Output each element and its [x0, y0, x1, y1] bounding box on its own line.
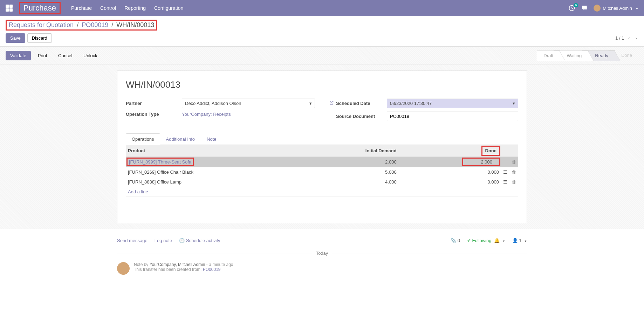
breadcrumb: Requests for Quotation / PO00019 / WH/IN… — [9, 21, 154, 29]
unlock-button[interactable]: Unlock — [79, 51, 102, 60]
external-link-icon[interactable] — [329, 100, 334, 106]
breadcrumb-rfq[interactable]: Requests for Quotation — [9, 21, 74, 28]
form-grid: Partner Deco Addict, Addison Olson ▾ Ope… — [126, 99, 518, 125]
status-steps: Draft Waiting Ready Done — [537, 50, 638, 61]
attachments-count[interactable]: 📎 0 — [451, 238, 460, 243]
product-cell[interactable]: [FURN_8999] Three-Seat Sofa — [126, 158, 194, 166]
col-initial-demand[interactable]: Initial Demand — [307, 145, 399, 157]
done-cell[interactable]: 2.000 — [462, 158, 500, 166]
note-author: YourCompany, Mitchell Admin — [150, 262, 205, 267]
nav-link-reporting[interactable]: Reporting — [124, 5, 146, 11]
check-icon: ✔ — [467, 238, 471, 243]
partner-select[interactable]: Deco Addict, Addison Olson ▾ — [182, 99, 315, 108]
top-nav: Purchase Purchase Control Reporting Conf… — [0, 0, 644, 16]
brand-title[interactable]: Purchase — [23, 4, 56, 12]
nav-link-configuration[interactable]: Configuration — [154, 5, 183, 11]
col-done[interactable]: Done — [481, 146, 501, 156]
form-col-right: Scheduled Date 03/23/2020 17:30:47 ▾ Sou… — [329, 99, 518, 125]
list-icon[interactable]: ☰ — [501, 177, 509, 187]
scheduled-date-label: Scheduled Date — [336, 101, 387, 106]
col-done-wrap: Done — [399, 145, 501, 157]
schedule-activity-link[interactable]: 🕐 Schedule activity — [179, 238, 220, 243]
done-cell[interactable]: 0.000 — [399, 167, 501, 177]
chatter-separator: Today — [117, 247, 527, 259]
notif-badge: 9 — [574, 3, 578, 7]
delete-row-icon[interactable]: 🗑 — [509, 177, 518, 187]
product-cell[interactable]: [FURN_0269] Office Chair Black — [126, 167, 307, 177]
demand-cell: 4.000 — [307, 177, 399, 187]
form-col-left: Partner Deco Addict, Addison Olson ▾ Ope… — [126, 99, 315, 125]
tab-additional-info[interactable]: Additional Info — [160, 133, 201, 145]
person-icon: 👤 — [512, 238, 518, 243]
note-link[interactable]: PO00019 — [203, 267, 221, 272]
clock-icon[interactable]: 9 — [568, 5, 575, 12]
delete-row-icon[interactable]: 🗑 — [509, 157, 518, 167]
bell-icon: 🔔 — [494, 238, 500, 243]
breadcrumb-highlight-box: Requests for Quotation / PO00019 / WH/IN… — [6, 20, 157, 31]
col-delete — [509, 145, 518, 157]
chat-icon[interactable] — [581, 5, 588, 12]
chevron-down-icon — [523, 238, 527, 243]
list-icon[interactable]: ☰ — [501, 167, 509, 177]
chevron-down-icon — [634, 6, 638, 11]
partner-value: Deco Addict, Addison Olson — [185, 101, 241, 106]
status-actions: Validate Print Cancel Unlock — [6, 51, 103, 60]
step-draft[interactable]: Draft — [537, 50, 560, 61]
print-button[interactable]: Print — [34, 51, 52, 60]
status-bar: Validate Print Cancel Unlock Draft Waiti… — [0, 47, 644, 65]
done-cell[interactable]: 0.000 — [399, 177, 501, 187]
avatar-icon — [117, 262, 130, 275]
pager: 1 / 1 ‹ › — [615, 34, 638, 42]
delete-row-icon[interactable]: 🗑 — [509, 167, 518, 177]
chatter-actions: Send message Log note 🕐 Schedule activit… — [117, 238, 220, 243]
clock-icon: 🕐 — [179, 238, 185, 243]
source-doc-input[interactable] — [387, 112, 518, 121]
brand-highlight-box: Purchase — [19, 2, 61, 14]
table-row[interactable]: [FURN_8999] Three-Seat Sofa 2.000 2.000 … — [126, 157, 518, 167]
demand-cell: 2.000 — [307, 157, 399, 167]
table-row[interactable]: [FURN_8888] Office Lamp 4.000 0.000 ☰ 🗑 — [126, 177, 518, 187]
operations-table: Product Initial Demand Done [FURN_8999] … — [126, 145, 518, 214]
add-line-link[interactable]: Add a line — [126, 187, 518, 197]
followers-count[interactable]: 👤 1 — [512, 238, 527, 243]
cancel-button[interactable]: Cancel — [54, 51, 76, 60]
table-row[interactable]: [FURN_0269] Office Chair Black 5.000 0.0… — [126, 167, 518, 177]
demand-cell: 5.000 — [307, 167, 399, 177]
nav-right: 9 Mitchell Admin — [568, 5, 638, 12]
chevron-down-icon: ▾ — [513, 101, 515, 106]
note-text: This transfer has been created from: — [134, 267, 201, 272]
apps-icon[interactable] — [6, 5, 13, 12]
nav-link-purchase[interactable]: Purchase — [71, 5, 92, 11]
col-product[interactable]: Product — [126, 145, 307, 157]
product-cell-wrap: [FURN_8999] Three-Seat Sofa — [126, 157, 307, 167]
following-button[interactable]: ✔ Following 🔔 — [467, 238, 505, 243]
validate-button[interactable]: Validate — [6, 51, 31, 60]
breadcrumb-current: WH/IN/00013 — [116, 21, 154, 28]
partner-row: Partner Deco Addict, Addison Olson ▾ — [126, 99, 315, 108]
pager-prev-icon[interactable]: ‹ — [627, 34, 631, 42]
tab-note[interactable]: Note — [201, 133, 222, 145]
scheduled-date-input[interactable]: 03/23/2020 17:30:47 ▾ — [387, 99, 518, 108]
scheduled-date-row: Scheduled Date 03/23/2020 17:30:47 ▾ — [329, 99, 518, 108]
operation-type-value[interactable]: YourCompany: Receipts — [182, 112, 231, 117]
nav-link-control[interactable]: Control — [100, 5, 116, 11]
chatter-message: Note by YourCompany, Mitchell Admin - a … — [117, 259, 527, 278]
tabs: Operations Additional Info Note — [126, 133, 518, 145]
user-menu[interactable]: Mitchell Admin — [594, 5, 638, 12]
product-cell[interactable]: [FURN_8888] Office Lamp — [126, 177, 307, 187]
breadcrumb-po[interactable]: PO00019 — [82, 21, 108, 28]
tab-operations[interactable]: Operations — [126, 133, 160, 145]
log-note-link[interactable]: Log note — [155, 238, 172, 243]
list-cell — [501, 157, 509, 167]
partner-label: Partner — [126, 101, 182, 106]
discard-button[interactable]: Discard — [27, 33, 52, 43]
today-label: Today — [312, 251, 333, 256]
note-prefix: Note by — [134, 262, 148, 267]
chevron-down-icon: ▾ — [309, 101, 312, 106]
done-cell-wrap: 2.000 — [399, 157, 501, 167]
save-button[interactable]: Save — [6, 33, 25, 43]
send-message-link[interactable]: Send message — [117, 238, 148, 243]
chatter-top: Send message Log note 🕐 Schedule activit… — [117, 234, 527, 247]
pager-next-icon[interactable]: › — [634, 34, 638, 42]
breadcrumb-sep: / — [111, 21, 113, 28]
